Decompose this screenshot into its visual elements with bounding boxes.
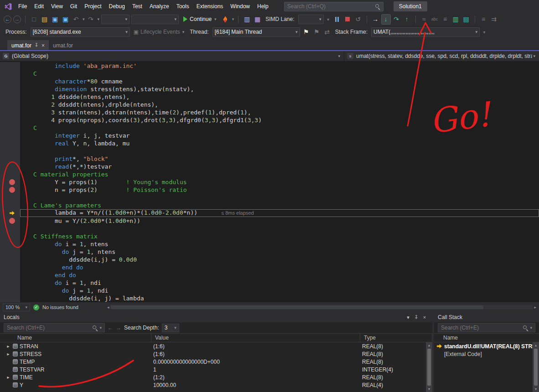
code-line[interactable]: 4 props(nprops),coords(3),drot(3,3),dfgr…	[0, 116, 539, 124]
hex-display-icon[interactable]: ≡	[441, 15, 450, 24]
code-line[interactable]: C Lame's parameters	[0, 201, 539, 209]
quick-search-box[interactable]	[284, 2, 384, 11]
process-combo[interactable]: [6208] standard.exe▾	[31, 27, 130, 37]
close-icon[interactable]: ×	[41, 42, 45, 49]
code-line[interactable]	[0, 147, 539, 155]
scrollbar-thumb[interactable]	[534, 349, 538, 386]
horizontal-scrollbar[interactable]: ◂ ▸	[107, 304, 536, 310]
code-line[interactable]: character*80 cmname	[0, 77, 539, 85]
menu-project[interactable]: Project	[81, 2, 105, 11]
locals-row-stran[interactable]: ▸STRAN(1:6)REAL(8)	[0, 342, 432, 350]
zoom-selector[interactable]: 100 % ▾	[3, 304, 30, 311]
callstack-frame[interactable]: standardU.dll!UMAT(REAL(8) STRESS,	[434, 342, 539, 350]
member-dropdown[interactable]: s umat(stress, statev, ddsdde, sse, spd,…	[344, 51, 539, 61]
vertical-scrollbar[interactable]: ▴ ▾	[426, 342, 432, 392]
vertical-scrollbar[interactable]: ▴ ▾	[533, 342, 539, 392]
locals-search-box[interactable]: ▾	[4, 323, 105, 332]
menu-view[interactable]: View	[47, 2, 67, 11]
thread-combo[interactable]: [6184] Main Thread▾	[212, 27, 300, 37]
code-line[interactable]: ddsdde(i,j) = 0.0d0	[0, 256, 539, 263]
solution-config-combo[interactable]: ▾	[101, 15, 130, 24]
code-line[interactable]: 3 stran(ntens),dstran(ntens),time(2),pre…	[0, 108, 539, 116]
open-folder-icon[interactable]: ▤	[40, 15, 49, 24]
code-line[interactable]: do j = 1, ntens	[0, 248, 539, 256]
redo-icon[interactable]: ↷	[87, 15, 95, 24]
solution-platform-combo[interactable]: ▾	[131, 15, 179, 24]
expander-icon[interactable]: ▸	[5, 344, 11, 349]
menu-git[interactable]: Git	[67, 2, 81, 11]
scrollbar-track[interactable]	[110, 305, 533, 309]
code-line[interactable]: lambda = Y*n/((1.0d0+n)*(1.0d0-2.0d0*n))…	[0, 209, 539, 217]
scope-dropdown[interactable]: G (Global Scope) ▾	[0, 51, 344, 61]
text-visualizer-icon[interactable]: abc	[430, 15, 439, 24]
locals-title-bar[interactable]: Locals ▾ ×	[0, 312, 432, 322]
simd-lane-combo[interactable]: ▾	[298, 15, 324, 24]
code-map-icon[interactable]: ▤	[462, 15, 471, 24]
locals-row-temp[interactable]: TEMP0.000000000000000D+000REAL(8)	[0, 358, 432, 366]
locals-row-stress[interactable]: ▸STRESS(1:6)REAL(8)	[0, 350, 432, 358]
diagnostic-tools-icon[interactable]: ▥	[451, 15, 460, 24]
code-line[interactable]: end do	[0, 271, 539, 279]
code-line[interactable]: ddsdde(i, j) = lambda	[0, 294, 539, 302]
menu-file[interactable]: File	[15, 2, 31, 11]
code-line[interactable]: Y = props(1) ! Young's modulus	[0, 178, 539, 186]
show-next-statement-icon[interactable]: →	[371, 15, 380, 24]
menu-edit[interactable]: Edit	[31, 2, 47, 11]
code-line[interactable]	[0, 225, 539, 232]
code-line[interactable]: include 'aba_param.inc'	[0, 62, 539, 70]
callstack-frame[interactable]: [External Code]	[434, 350, 539, 358]
code-line[interactable]: 2 ddsddt(ntens),drplde(ntens),	[0, 101, 539, 108]
scroll-left-icon[interactable]: ◂	[107, 305, 109, 309]
tab-umat.for-1[interactable]: umat.for	[49, 40, 77, 51]
chevron-down-icon[interactable]: ▾	[98, 17, 100, 21]
scroll-up-icon[interactable]: ▴	[428, 343, 430, 347]
expander-icon[interactable]: ▸	[5, 351, 11, 356]
toolbar-grip-icon[interactable]: ▾	[326, 15, 331, 24]
code-line[interactable]: C	[0, 70, 539, 77]
callstack-search-input[interactable]	[441, 325, 521, 331]
stop-debugging-icon[interactable]	[343, 15, 352, 24]
scrollbar-thumb[interactable]	[111, 305, 483, 309]
nav-back-icon[interactable]: ←	[4, 15, 11, 23]
code-line[interactable]: do i = 1, ndi	[0, 279, 539, 287]
tab-umat.for-0[interactable]: umat.for×	[7, 40, 49, 51]
code-line[interactable]: n = props(2) ! Poisson's ratio	[0, 186, 539, 194]
code-line[interactable]: 1 ddsdde(ntens,ntens),	[0, 93, 539, 101]
scroll-right-icon[interactable]: ▸	[534, 305, 536, 309]
search-depth-combo[interactable]: 3 ▾	[162, 324, 179, 332]
search-next-icon[interactable]: →	[116, 325, 121, 331]
task-list-icon[interactable]: ⇉	[490, 15, 498, 24]
menu-help[interactable]: Help	[254, 2, 272, 11]
toggle-flagged-icon[interactable]: ⇄	[323, 27, 332, 37]
continue-button[interactable]: Continue▾	[181, 15, 219, 23]
quick-search-input[interactable]	[287, 3, 375, 10]
nav-forward-icon[interactable]: →	[13, 15, 21, 23]
undo-icon[interactable]: ↶	[72, 15, 80, 24]
locals-row-testvar[interactable]: TESTVAR1INTEGER(4)	[0, 366, 432, 373]
step-into-icon[interactable]: ↓	[382, 15, 390, 24]
call-hierarchy-icon[interactable]: ≡	[479, 15, 488, 24]
code-editor[interactable]: include 'aba_param.inc'C character*80 cm…	[0, 62, 539, 302]
save-icon[interactable]: ▣	[51, 15, 59, 24]
scroll-down-icon[interactable]: ▾	[428, 387, 430, 391]
breakpoint-icon[interactable]	[0, 178, 20, 186]
menu-extensions[interactable]: Extensions	[193, 2, 227, 11]
menu-window[interactable]: Window	[227, 2, 254, 11]
immediate-window-icon[interactable]: ▦	[253, 15, 262, 24]
step-over-icon[interactable]: ↷	[392, 15, 401, 24]
expander-icon[interactable]: ▸	[5, 375, 11, 380]
stackframe-combo[interactable]: UMAT(,,,,,,,,,,,,,,,,,,,,,,,,,,,,,▾	[371, 27, 480, 37]
code-line[interactable]: C Stiffness matrix	[0, 232, 539, 240]
callstack-search-box[interactable]: ▾	[438, 323, 535, 332]
scroll-up-icon[interactable]: ▴	[535, 343, 537, 347]
menu-tools[interactable]: Tools	[173, 2, 193, 11]
menu-debug[interactable]: Debug	[105, 2, 129, 11]
code-line[interactable]: print*, "block"	[0, 155, 539, 163]
menu-test[interactable]: Test	[129, 2, 146, 11]
menu-analyze[interactable]: Analyze	[146, 2, 173, 11]
breakpoint-icon[interactable]	[0, 186, 20, 194]
code-line[interactable]: dimension stress(ntens),statev(nstatv),	[0, 85, 539, 93]
new-file-icon[interactable]: □	[30, 15, 38, 24]
locals-row-y[interactable]: Y10000.00REAL(4)	[0, 381, 432, 389]
code-line[interactable]: C material properties	[0, 170, 539, 178]
